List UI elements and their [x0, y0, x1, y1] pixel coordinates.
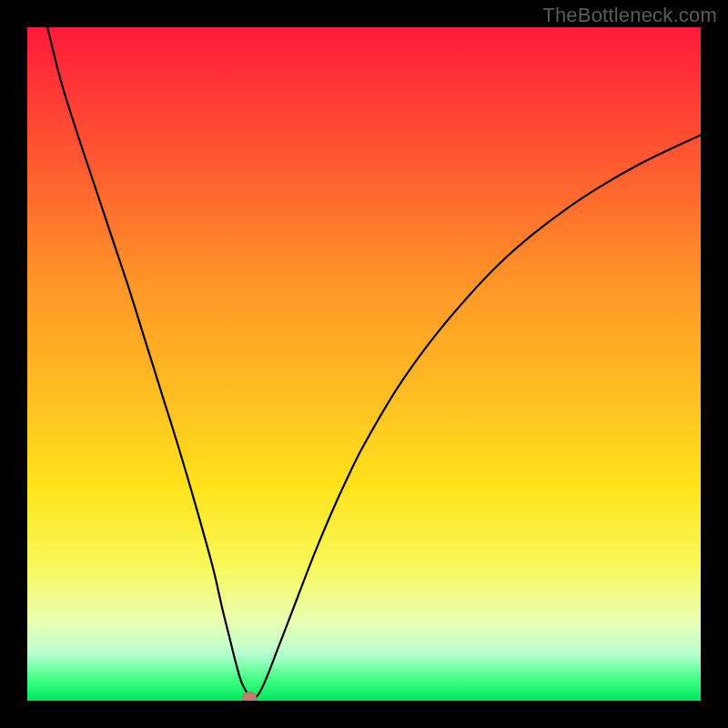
- bottleneck-curve: [27, 27, 701, 701]
- plot-area: [27, 27, 701, 701]
- watermark-text: TheBottleneck.com: [542, 4, 717, 27]
- chart-frame: TheBottleneck.com: [0, 0, 728, 728]
- optimal-point-marker: [242, 692, 257, 701]
